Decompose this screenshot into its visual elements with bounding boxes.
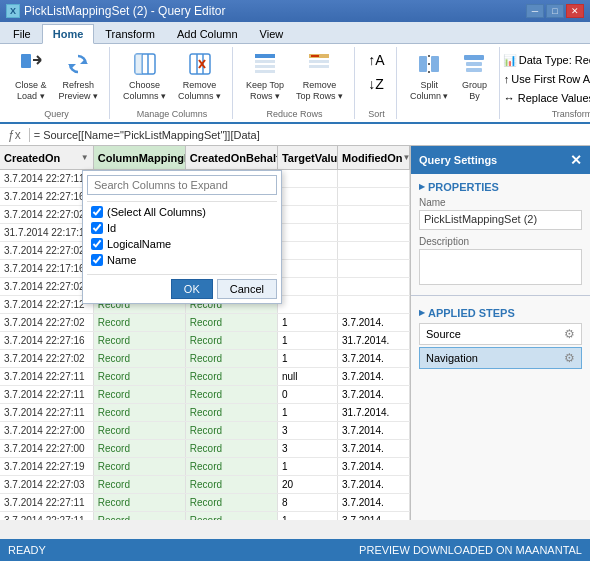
applied-steps-arrow: ▸ bbox=[419, 306, 425, 319]
table-row[interactable]: 3.7.2014 22:27:11 Record Record null 3.7… bbox=[0, 368, 410, 386]
col-header-columnmappingid[interactable]: ColumnMappingId▼ bbox=[94, 146, 186, 169]
close-load-button[interactable]: Close &Load ▾ bbox=[10, 47, 52, 105]
table-row[interactable]: 3.7.2014 22:27:11 Record Record 1 3.7.20… bbox=[0, 512, 410, 520]
close-load-icon bbox=[17, 50, 45, 78]
dropdown-item-logicalname[interactable]: LogicalName bbox=[87, 236, 277, 252]
ribbon-group-transform: 📊 Data Type: Record ▾ ↑ Use First Row As… bbox=[502, 47, 590, 119]
keep-top-rows-icon bbox=[251, 50, 279, 78]
step-navigation-label: Navigation bbox=[426, 352, 478, 364]
dropdown-item-name[interactable]: Name bbox=[87, 252, 277, 268]
cell-date: 3.7.2014 22:27:11 bbox=[0, 170, 94, 187]
app-icon: X bbox=[6, 4, 20, 18]
replace-values-button[interactable]: ↔ Replace Values bbox=[500, 89, 590, 107]
keep-top-rows-button[interactable]: Keep TopRows ▾ bbox=[241, 47, 289, 105]
step-navigation[interactable]: Navigation ⚙ bbox=[419, 347, 582, 369]
main-content: CreatedOn▼ ColumnMappingId▼ CreatedOnBeh… bbox=[0, 146, 590, 520]
step-source-gear[interactable]: ⚙ bbox=[564, 327, 575, 341]
transform-buttons: 📊 Data Type: Record ▾ ↑ Use First Row As… bbox=[500, 51, 590, 107]
ribbon-group-columns: ChooseColumns ▾ RemoveColumns ▾ Manage C… bbox=[112, 47, 233, 119]
col-header-createdonbehalfby[interactable]: CreatedOnBehalfBy▼ bbox=[186, 146, 278, 169]
col-header-targetvalue[interactable]: TargetValue▼ bbox=[278, 146, 338, 169]
id-checkbox[interactable] bbox=[91, 222, 103, 234]
tab-home[interactable]: Home bbox=[42, 24, 95, 44]
table-row[interactable]: 3.7.2014 22:27:16 Record Record 1 31.7.2… bbox=[0, 332, 410, 350]
choose-columns-label: ChooseColumns ▾ bbox=[123, 80, 166, 102]
sort-ascending-button[interactable]: ↑A bbox=[364, 49, 388, 71]
ribbon-group-reduce-rows: Keep TopRows ▾ RemoveTop Rows ▾ Reduce R… bbox=[235, 47, 355, 119]
replace-values-label: ↔ Replace Values bbox=[504, 92, 590, 104]
query-settings-header: Query Settings ✕ bbox=[411, 146, 590, 174]
svg-rect-23 bbox=[419, 56, 427, 72]
applied-steps-title: ▸ APPLIED STEPS bbox=[419, 306, 582, 319]
description-value bbox=[419, 249, 582, 285]
table-header: CreatedOn▼ ColumnMappingId▼ CreatedOnBeh… bbox=[0, 146, 410, 170]
table-row[interactable]: 3.7.2014 22:27:00 Record Record 3 3.7.20… bbox=[0, 440, 410, 458]
choose-columns-button[interactable]: ChooseColumns ▾ bbox=[118, 47, 171, 105]
name-checkbox[interactable] bbox=[91, 254, 103, 266]
use-first-row-icon: ↑ bbox=[504, 73, 510, 85]
group-label-sort: Sort bbox=[368, 107, 385, 119]
remove-top-rows-button[interactable]: RemoveTop Rows ▾ bbox=[291, 47, 348, 105]
use-first-row-button[interactable]: ↑ Use First Row As Headers bbox=[500, 70, 590, 88]
properties-section: ▸ PROPERTIES Name PickListMappingSet (2)… bbox=[411, 174, 590, 291]
group-by-icon bbox=[460, 50, 488, 78]
sort-descending-button[interactable]: ↓Z bbox=[364, 73, 388, 95]
logicalname-checkbox[interactable] bbox=[91, 238, 103, 250]
data-type-icon: 📊 bbox=[503, 54, 517, 67]
svg-rect-20 bbox=[309, 60, 329, 63]
table-row[interactable]: 3.7.2014 22:27:03 Record Record 20 3.7.2… bbox=[0, 476, 410, 494]
status-ready: READY bbox=[8, 544, 46, 556]
svg-rect-28 bbox=[464, 55, 484, 60]
tab-view[interactable]: View bbox=[249, 23, 295, 43]
table-row[interactable]: 3.7.2014 22:27:02 Record Record 1 3.7.20… bbox=[0, 350, 410, 368]
split-column-button[interactable]: SplitColumn ▾ bbox=[405, 47, 454, 105]
table-row[interactable]: 3.7.2014 22:27:02 Record Record 1 3.7.20… bbox=[0, 314, 410, 332]
search-columns-input[interactable] bbox=[87, 175, 277, 195]
group-label-reduce-rows: Reduce Rows bbox=[267, 107, 323, 119]
ribbon-tabs: File Home Transform Add Column View bbox=[0, 22, 590, 44]
minimize-button[interactable]: ─ bbox=[526, 4, 544, 18]
name-label: Name bbox=[107, 254, 136, 266]
dropdown-cancel-button[interactable]: Cancel bbox=[217, 279, 277, 299]
refresh-label: RefreshPreview ▾ bbox=[59, 80, 99, 102]
title-bar: X PickListMappingSet (2) - Query Editor … bbox=[0, 0, 590, 22]
window-controls[interactable]: ─ □ ✕ bbox=[526, 4, 584, 18]
keep-top-rows-label: Keep TopRows ▾ bbox=[246, 80, 284, 102]
step-navigation-gear[interactable]: ⚙ bbox=[564, 351, 575, 365]
tab-transform[interactable]: Transform bbox=[94, 23, 166, 43]
step-source[interactable]: Source ⚙ bbox=[419, 323, 582, 345]
tab-add-column[interactable]: Add Column bbox=[166, 23, 249, 43]
select-all-checkbox[interactable] bbox=[91, 206, 103, 218]
dropdown-item-id[interactable]: Id bbox=[87, 220, 277, 236]
maximize-button[interactable]: □ bbox=[546, 4, 564, 18]
formula-separator bbox=[29, 128, 30, 142]
table-area: CreatedOn▼ ColumnMappingId▼ CreatedOnBeh… bbox=[0, 146, 410, 520]
col-header-modifiedon[interactable]: ModifiedOn▼ bbox=[338, 146, 410, 169]
dropdown-ok-button[interactable]: OK bbox=[171, 279, 213, 299]
group-label-query: Query bbox=[44, 107, 69, 119]
table-row[interactable]: 3.7.2014 22:27:11 Record Record 1 31.7.2… bbox=[0, 404, 410, 422]
close-load-label: Close &Load ▾ bbox=[15, 80, 47, 102]
ribbon-buttons-query: Close &Load ▾ RefreshPreview ▾ bbox=[10, 47, 103, 107]
properties-title: ▸ PROPERTIES bbox=[419, 180, 582, 193]
col-header-createdon[interactable]: CreatedOn▼ bbox=[0, 146, 94, 169]
tab-file[interactable]: File bbox=[2, 23, 42, 43]
close-button[interactable]: ✕ bbox=[566, 4, 584, 18]
ribbon-group-split-group: SplitColumn ▾ GroupBy bbox=[399, 47, 501, 119]
table-row[interactable]: 3.7.2014 22:27:11 Record Record 0 3.7.20… bbox=[0, 386, 410, 404]
query-settings-close-button[interactable]: ✕ bbox=[570, 152, 582, 168]
group-by-button[interactable]: GroupBy bbox=[455, 47, 493, 105]
svg-rect-18 bbox=[255, 70, 275, 73]
refresh-preview-button[interactable]: RefreshPreview ▾ bbox=[54, 47, 104, 105]
status-preview: PREVIEW DOWNLOADED ON MAANANTAL bbox=[359, 544, 582, 556]
table-row[interactable]: 3.7.2014 22:27:19 Record Record 1 3.7.20… bbox=[0, 458, 410, 476]
dropdown-item-select-all[interactable]: (Select All Columns) bbox=[87, 204, 277, 220]
name-label: Name bbox=[419, 197, 582, 208]
data-type-button[interactable]: 📊 Data Type: Record ▾ bbox=[500, 51, 590, 69]
svg-rect-10 bbox=[190, 54, 210, 74]
remove-columns-button[interactable]: RemoveColumns ▾ bbox=[173, 47, 226, 105]
table-row[interactable]: 3.7.2014 22:27:11 Record Record 8 3.7.20… bbox=[0, 494, 410, 512]
table-row[interactable]: 3.7.2014 22:27:00 Record Record 3 3.7.20… bbox=[0, 422, 410, 440]
svg-rect-21 bbox=[309, 65, 329, 68]
split-column-label: SplitColumn ▾ bbox=[410, 80, 449, 102]
